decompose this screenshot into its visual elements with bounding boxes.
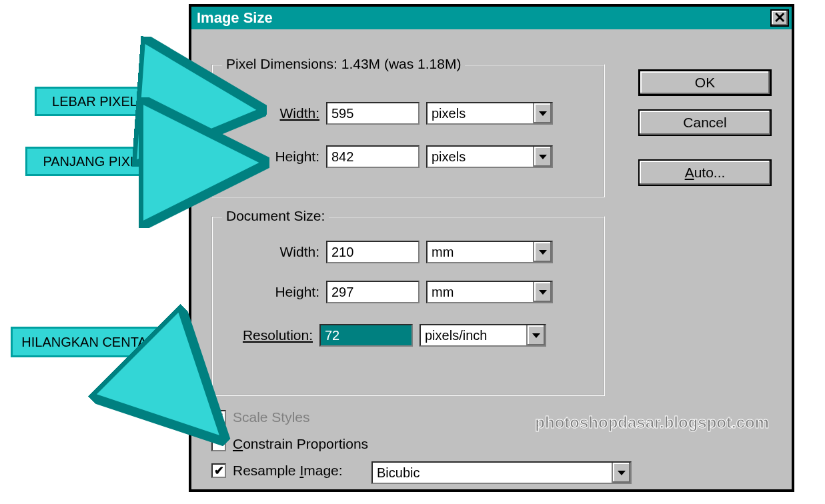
chevron-down-icon	[612, 463, 630, 483]
close-icon: ✕	[774, 9, 786, 27]
doc-width-unit-combo[interactable]: mm	[426, 241, 553, 263]
resolution-unit-combo[interactable]: pixels/inch	[420, 324, 546, 347]
doc-height-row: Height: mm	[256, 281, 553, 303]
watermark-text: photoshopdasar.blogspot.com	[535, 413, 769, 432]
resample-method-combo[interactable]: Bicubic	[371, 461, 632, 484]
resolution-row: Resolution: pixels/inch	[225, 324, 546, 347]
chevron-down-icon	[533, 242, 552, 262]
doc-width-row: Width: mm	[263, 241, 553, 263]
constrain-proportions-row: CConstrain Proportionsonstrain Proportio…	[211, 436, 368, 452]
resolution-label: Resolution:	[225, 327, 313, 343]
pixel-height-label: Height:	[256, 149, 319, 165]
doc-width-input[interactable]	[326, 241, 420, 263]
chevron-down-icon	[526, 325, 545, 345]
pixel-width-unit-text: pixels	[432, 106, 533, 121]
doc-width-unit-text: mm	[432, 245, 533, 260]
doc-height-unit-combo[interactable]: mm	[426, 281, 553, 303]
dialog-body: Pixel Dimensions: 1.43M (was 1.18M) Widt…	[191, 29, 792, 489]
resolution-input[interactable]	[319, 324, 413, 347]
document-size-legend: Document Size:	[222, 208, 329, 224]
pixel-height-row: Height: pixels	[256, 145, 553, 168]
ok-button[interactable]: OK	[638, 69, 772, 96]
close-button[interactable]: ✕	[770, 9, 789, 27]
callout-panjang-pixel: PANJANG PIXEL	[25, 147, 164, 176]
title-bar: Image Size ✕	[191, 7, 792, 29]
chevron-down-icon	[533, 147, 552, 167]
resample-method-text: Bicubic	[377, 465, 612, 481]
pixel-dimensions-legend: Pixel Dimensions: 1.43M (was 1.18M)	[222, 56, 465, 72]
image-size-dialog: Image Size ✕ Pixel Dimensions: 1.43M (wa…	[189, 4, 794, 492]
dialog-title: Image Size	[197, 9, 770, 27]
auto-label: Auto...	[685, 165, 726, 181]
callout-lebar-pixel: LEBAR PIXEL	[35, 87, 155, 116]
chevron-down-icon	[533, 103, 552, 123]
auto-button[interactable]: Auto... Auto...	[638, 159, 772, 186]
pixel-height-unit-text: pixels	[432, 149, 533, 165]
resample-image-checkbox[interactable]: ✔	[211, 463, 226, 478]
scale-styles-checkbox: ✔	[211, 410, 226, 425]
doc-height-input[interactable]	[326, 281, 420, 303]
doc-width-label: Width:	[263, 244, 319, 260]
doc-height-label: Height:	[256, 284, 319, 300]
pixel-width-row: Width: pixels	[263, 102, 553, 125]
pixel-height-input[interactable]	[326, 145, 420, 168]
ok-label: OK	[695, 75, 715, 91]
document-size-group: Document Size: Width: mm Height: mm Reso…	[211, 216, 605, 396]
callout-hilangkan-centang: HILANGKAN CENTANG	[11, 327, 177, 357]
constrain-proportions-checkbox[interactable]	[211, 437, 226, 451]
pixel-height-unit-combo[interactable]: pixels	[426, 145, 553, 168]
cancel-button[interactable]: Cancel	[638, 109, 772, 136]
pixel-dimensions-group: Pixel Dimensions: 1.43M (was 1.18M) Widt…	[211, 64, 605, 197]
constrain-proportions-label: CConstrain Proportionsonstrain Proportio…	[233, 436, 368, 452]
resample-image-label: Resample Image:	[233, 463, 343, 479]
resample-image-row: ✔ Resample Image: Resample Image:	[211, 463, 343, 479]
scale-styles-row: ✔ Scale Styles	[211, 409, 310, 425]
pixel-width-input[interactable]	[326, 102, 420, 125]
chevron-down-icon	[533, 282, 552, 302]
cancel-label: Cancel	[683, 115, 726, 131]
pixel-width-label: Width:	[263, 105, 319, 121]
doc-height-unit-text: mm	[432, 285, 533, 300]
pixel-width-unit-combo[interactable]: pixels	[426, 102, 553, 125]
scale-styles-label: Scale Styles	[233, 409, 310, 425]
resolution-unit-text: pixels/inch	[425, 328, 526, 343]
